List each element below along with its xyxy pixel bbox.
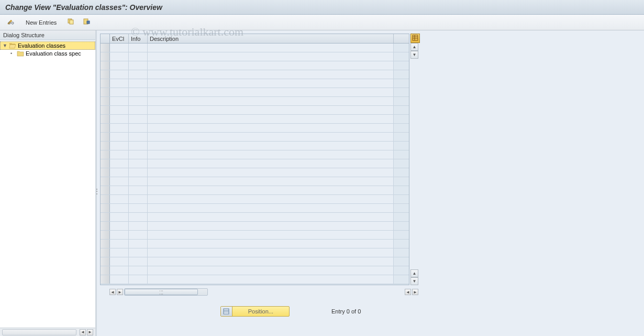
row-selector[interactable]: [101, 115, 110, 123]
cell-description[interactable]: [148, 240, 394, 248]
new-entries-button[interactable]: New Entries: [21, 17, 61, 28]
cell-description[interactable]: [148, 159, 394, 168]
cell-info[interactable]: [129, 257, 148, 266]
row-selector[interactable]: [101, 52, 110, 61]
vscroll-down-button[interactable]: ▼: [410, 51, 418, 59]
cell-evcl[interactable]: [110, 177, 129, 186]
cell-description[interactable]: [148, 52, 394, 61]
row-selector[interactable]: [101, 177, 110, 186]
row-selector[interactable]: [101, 142, 110, 150]
cell-info[interactable]: [129, 275, 148, 284]
cell-description[interactable]: [148, 115, 394, 123]
vscroll-up2-button[interactable]: ▲: [410, 269, 418, 277]
row-selector[interactable]: [101, 240, 110, 248]
cell-description[interactable]: [148, 168, 394, 177]
cell-evcl[interactable]: [110, 52, 129, 61]
cell-evcl[interactable]: [110, 133, 129, 141]
cell-info[interactable]: [129, 142, 148, 150]
cell-description[interactable]: [148, 248, 394, 257]
cell-info[interactable]: [129, 248, 148, 257]
hscroll-track-left[interactable]: [124, 288, 208, 296]
cell-info[interactable]: [129, 44, 148, 52]
cell-info[interactable]: [129, 222, 148, 230]
sidebar-scroll-left-button[interactable]: ◄: [80, 329, 86, 335]
cell-description[interactable]: [148, 275, 394, 284]
cell-info[interactable]: [129, 168, 148, 177]
row-selector[interactable]: [101, 124, 110, 132]
cell-evcl[interactable]: [110, 150, 129, 159]
row-selector[interactable]: [101, 213, 110, 221]
cell-evcl[interactable]: [110, 248, 129, 257]
cell-evcl[interactable]: [110, 115, 129, 123]
cell-description[interactable]: [148, 150, 394, 159]
row-selector[interactable]: [101, 186, 110, 194]
delete-button[interactable]: [80, 17, 93, 28]
cell-evcl[interactable]: [110, 186, 129, 194]
cell-description[interactable]: [148, 231, 394, 239]
tree-item-1[interactable]: •Evaluation class spec: [0, 50, 95, 57]
cell-info[interactable]: [129, 97, 148, 105]
cell-info[interactable]: [129, 186, 148, 194]
cell-evcl[interactable]: [110, 222, 129, 230]
cell-evcl[interactable]: [110, 124, 129, 132]
cell-info[interactable]: [129, 240, 148, 248]
row-selector[interactable]: [101, 266, 110, 275]
row-selector[interactable]: [101, 222, 110, 230]
row-selector[interactable]: [101, 133, 110, 141]
cell-description[interactable]: [148, 266, 394, 275]
sidebar-scroll-right-button[interactable]: ►: [87, 329, 93, 335]
cell-info[interactable]: [129, 213, 148, 221]
row-selector[interactable]: [101, 150, 110, 159]
hscroll-left2-button[interactable]: ◄: [405, 289, 411, 295]
copy-button[interactable]: [64, 17, 77, 28]
cell-evcl[interactable]: [110, 240, 129, 248]
tree-item-0[interactable]: ▼Evaluation classes: [0, 41, 95, 50]
grid-settings-button[interactable]: [410, 34, 420, 43]
cell-description[interactable]: [148, 142, 394, 150]
cell-evcl[interactable]: [110, 70, 129, 79]
cell-info[interactable]: [129, 79, 148, 88]
row-selector[interactable]: [101, 159, 110, 168]
cell-info[interactable]: [129, 133, 148, 141]
cell-info[interactable]: [129, 124, 148, 132]
cell-info[interactable]: [129, 195, 148, 203]
tree-expander-icon[interactable]: •: [10, 51, 17, 56]
cell-evcl[interactable]: [110, 231, 129, 239]
cell-evcl[interactable]: [110, 275, 129, 284]
cell-info[interactable]: [129, 52, 148, 61]
row-selector[interactable]: [101, 44, 110, 52]
position-button[interactable]: Position...: [220, 306, 290, 317]
hscroll-left-button[interactable]: ◄: [109, 289, 116, 295]
cell-evcl[interactable]: [110, 88, 129, 96]
cell-info[interactable]: [129, 88, 148, 96]
splitter-handle[interactable]: [94, 183, 96, 199]
cell-description[interactable]: [148, 61, 394, 70]
cell-description[interactable]: [148, 213, 394, 221]
cell-evcl[interactable]: [110, 44, 129, 52]
cell-description[interactable]: [148, 204, 394, 212]
cell-description[interactable]: [148, 186, 394, 194]
tree-expander-icon[interactable]: ▼: [3, 43, 9, 48]
row-selector[interactable]: [101, 79, 110, 88]
cell-description[interactable]: [148, 124, 394, 132]
cell-info[interactable]: [129, 159, 148, 168]
cell-description[interactable]: [148, 106, 394, 114]
vscroll-down2-button[interactable]: ▼: [410, 277, 418, 285]
cell-evcl[interactable]: [110, 213, 129, 221]
row-selector[interactable]: [101, 168, 110, 177]
cell-description[interactable]: [148, 88, 394, 96]
cell-evcl[interactable]: [110, 159, 129, 168]
cell-evcl[interactable]: [110, 106, 129, 114]
toggle-change-button[interactable]: [4, 17, 18, 28]
row-selector[interactable]: [101, 61, 110, 70]
column-header-evcl[interactable]: EvCl: [110, 34, 129, 43]
cell-info[interactable]: [129, 231, 148, 239]
cell-info[interactable]: [129, 204, 148, 212]
row-selector[interactable]: [101, 248, 110, 257]
cell-info[interactable]: [129, 70, 148, 79]
cell-evcl[interactable]: [110, 257, 129, 266]
cell-evcl[interactable]: [110, 204, 129, 212]
cell-description[interactable]: [148, 79, 394, 88]
cell-evcl[interactable]: [110, 61, 129, 70]
cell-description[interactable]: [148, 257, 394, 266]
